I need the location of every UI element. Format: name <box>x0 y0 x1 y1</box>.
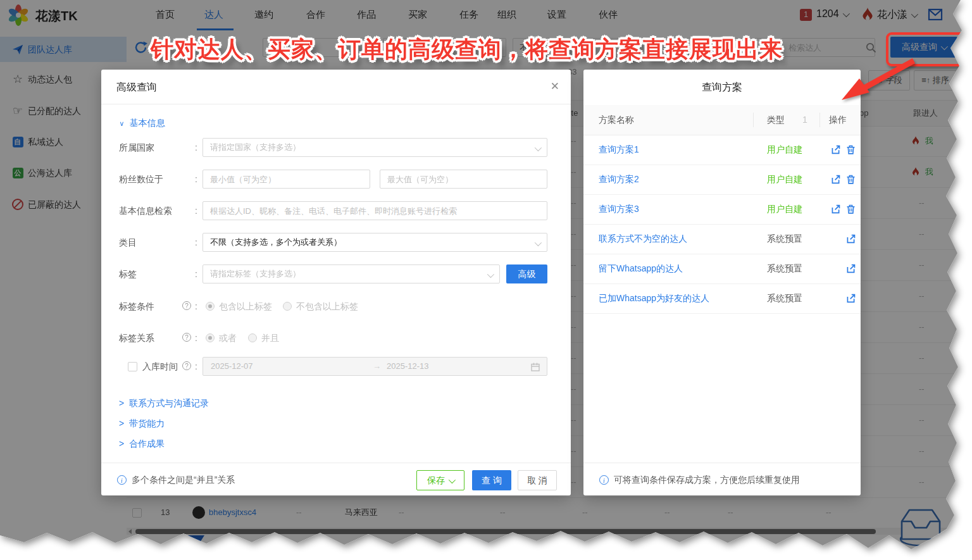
col-plan-action: 操作 <box>829 105 847 135</box>
plan-row: 留下Whatsapp的达人 系统预置 <box>583 254 861 284</box>
plan-type: 系统预置 <box>767 283 802 313</box>
section-sales-ability[interactable]: >带货能力 <box>119 418 165 430</box>
radio-or[interactable] <box>206 333 215 342</box>
close-icon[interactable]: ✕ <box>551 80 559 93</box>
plan-name-link[interactable]: 留下Whatsapp的达人 <box>599 254 683 283</box>
query-button[interactable]: 查询 <box>472 470 511 490</box>
trash-icon[interactable] <box>845 144 856 155</box>
colon: : <box>195 142 197 152</box>
field-label-tag-relation: 标签关系 <box>119 333 154 344</box>
colon: : <box>195 361 197 371</box>
country-select[interactable]: 请指定国家（支持多选） <box>202 138 547 157</box>
tag-select[interactable]: 请指定标签（支持多选） <box>202 264 500 283</box>
header-divider <box>753 113 754 127</box>
plan-row: 查询方案3 用户自建 <box>583 194 861 225</box>
trash-icon[interactable] <box>845 174 856 185</box>
plans-footer: i 可将查询条件保存成方案，方便您后续重复使用 <box>583 463 861 496</box>
advanced-query-modal: 高级查询 ✕ ∨基本信息 所属国家 : 请指定国家（支持多选） 粉丝数位于 : … <box>101 70 571 495</box>
share-icon[interactable] <box>830 144 841 155</box>
plan-row: 联系方式不为空的达人 系统预置 <box>583 224 861 254</box>
field-label-tag-condition: 标签条件 <box>119 301 154 313</box>
help-icon[interactable]: ? <box>182 333 191 342</box>
cancel-button[interactable]: 取消 <box>518 470 557 490</box>
range-arrow-icon: → <box>373 358 381 375</box>
category-select[interactable]: 不限（支持多选，多个为或者关系） <box>202 233 547 252</box>
share-icon[interactable] <box>845 293 856 304</box>
field-label-store-time: 入库时间 <box>142 361 178 373</box>
type-sort-badge: 1 <box>802 105 807 135</box>
col-plan-name: 方案名称 <box>599 105 634 135</box>
radio-label[interactable]: 并且 <box>261 333 279 344</box>
basic-search-input[interactable] <box>202 201 547 220</box>
radio-exclude-tags[interactable] <box>283 302 292 311</box>
section-contact-records[interactable]: >联系方式与沟通记录 <box>119 398 209 409</box>
plan-type: 用户自建 <box>767 135 802 165</box>
fans-max-input[interactable] <box>380 170 547 189</box>
plan-type: 用户自建 <box>767 194 802 224</box>
plans-footer-tip: 可将查询条件保存成方案，方便您后续重复使用 <box>614 475 800 486</box>
store-time-checkbox[interactable] <box>128 362 137 371</box>
colon: : <box>195 301 197 311</box>
query-plans-panel: 查询方案 方案名称 类型 1 操作 查询方案1 用户自建 查询方案2 用户自建 … <box>583 70 861 495</box>
footer-tip: 多个条件之间是“并且”关系 <box>132 475 235 486</box>
radio-include-tags[interactable] <box>206 302 215 311</box>
colon: : <box>195 174 197 184</box>
save-label: 保存 <box>427 475 445 485</box>
trash-icon[interactable] <box>845 204 856 215</box>
store-time-range[interactable]: 2025-12-07 → 2025-12-13 <box>202 357 547 376</box>
field-label-fans: 粉丝数位于 <box>119 174 163 185</box>
fans-min-input[interactable] <box>202 170 370 189</box>
share-icon[interactable] <box>845 263 856 274</box>
modal-header: 高级查询 ✕ <box>101 70 571 104</box>
section-label: 联系方式与沟通记录 <box>129 398 209 408</box>
chevron-down-icon <box>535 239 542 246</box>
plan-type: 用户自建 <box>767 165 802 194</box>
app-root: 花漾TK 首页 达人 邀约 合作 作品 买家 任务 组织 设置 伙伴 1 120… <box>0 0 972 560</box>
plan-row: 查询方案1 用户自建 <box>583 135 861 165</box>
info-icon: i <box>117 475 127 485</box>
section-label: 基本信息 <box>130 118 165 128</box>
share-icon[interactable] <box>845 233 856 244</box>
plan-name-link[interactable]: 联系方式不为空的达人 <box>599 224 687 254</box>
share-icon[interactable] <box>830 204 841 215</box>
radio-and[interactable] <box>248 333 257 342</box>
plan-type: 系统预置 <box>767 224 802 254</box>
tag-placeholder: 请指定标签（支持多选） <box>210 269 301 278</box>
col-plan-type: 类型 <box>767 105 785 135</box>
section-cooperation-results[interactable]: >合作成果 <box>119 439 165 450</box>
help-icon[interactable]: ? <box>182 361 191 370</box>
modal-footer: i 多个条件之间是“并且”关系 保存 查询 取消 <box>101 463 571 496</box>
date-end: 2025-12-13 <box>387 358 429 375</box>
help-icon[interactable]: ? <box>182 301 191 310</box>
plan-name-link[interactable]: 查询方案3 <box>599 194 639 224</box>
colon: : <box>195 206 197 216</box>
radio-label[interactable]: 或者 <box>219 333 237 344</box>
header-divider <box>819 113 820 127</box>
country-placeholder: 请指定国家（支持多选） <box>210 142 301 152</box>
plan-row: 查询方案2 用户自建 <box>583 165 861 195</box>
plan-type: 系统预置 <box>767 254 802 283</box>
save-button[interactable]: 保存 <box>416 470 464 490</box>
colon: : <box>195 333 197 343</box>
chevron-down-icon <box>535 144 542 151</box>
plan-name-link[interactable]: 查询方案1 <box>599 135 639 165</box>
section-basic-info[interactable]: ∨基本信息 <box>119 118 165 129</box>
chevron-right-icon: > <box>119 398 124 408</box>
field-label-category: 类目 <box>119 237 137 249</box>
share-icon[interactable] <box>830 174 841 185</box>
radio-label[interactable]: 包含以上标签 <box>219 301 272 313</box>
plan-name-link[interactable]: 查询方案2 <box>599 165 639 194</box>
category-value: 不限（支持多选，多个为或者关系） <box>210 237 342 247</box>
colon: : <box>195 269 197 279</box>
field-label-country: 所属国家 <box>119 142 154 154</box>
field-label-tag: 标签 <box>119 269 137 280</box>
chevron-expanded-icon: ∨ <box>119 120 124 128</box>
tag-advanced-button[interactable]: 高级 <box>506 264 547 283</box>
chevron-down-icon <box>449 476 456 483</box>
chevron-right-icon: > <box>119 439 124 449</box>
colon: : <box>195 237 197 247</box>
chevron-right-icon: > <box>119 418 124 428</box>
radio-label[interactable]: 不包含以上标签 <box>296 301 358 313</box>
plans-title: 查询方案 <box>583 81 861 94</box>
plan-name-link[interactable]: 已加Whatsapp为好友的达人 <box>599 283 709 313</box>
